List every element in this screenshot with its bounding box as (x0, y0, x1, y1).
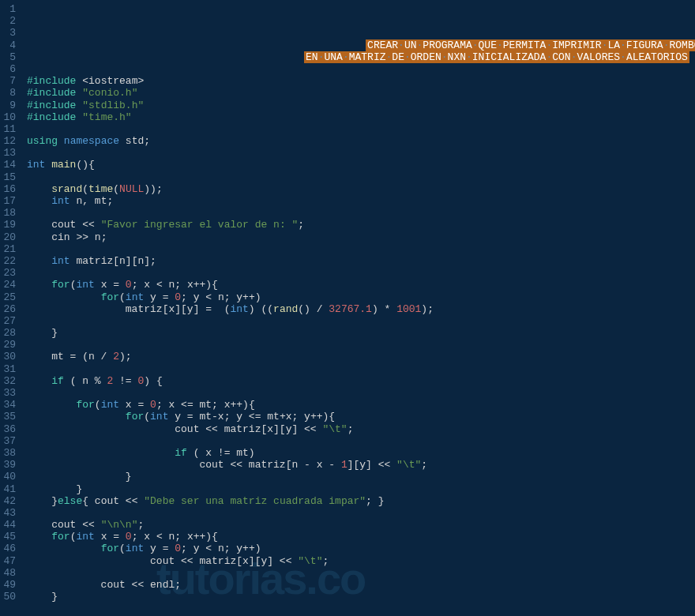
code-line[interactable]: using namespace std; (27, 135, 695, 147)
line-number: 49 (3, 579, 16, 591)
code-line[interactable]: for(int x = 0; x < n; x++){ (27, 531, 695, 543)
line-number: 5 (3, 51, 16, 63)
line-number: 41 (3, 483, 16, 495)
line-number: 16 (3, 183, 16, 195)
code-line[interactable] (27, 267, 695, 279)
code-line[interactable]: } (27, 327, 695, 339)
code-line[interactable]: #include "stdlib.h" (27, 100, 695, 111)
line-number: 40 (3, 471, 16, 483)
code-line[interactable] (27, 63, 695, 75)
line-number: 19 (3, 219, 16, 231)
code-line[interactable] (27, 315, 695, 327)
code-area[interactable]: tutorias.co CREAR·UN·PROGRAMA·QUE·PERMIT… (22, 0, 695, 616)
line-number: 8 (3, 87, 16, 99)
code-line[interactable] (27, 567, 695, 579)
code-line[interactable]: for(int x = 0; x < n; x++){ (27, 279, 695, 291)
line-number: 34 (3, 399, 16, 411)
code-line[interactable] (27, 147, 695, 159)
line-number: 35 (3, 411, 16, 423)
line-number: 33 (3, 387, 16, 399)
line-number: 22 (3, 255, 16, 267)
code-line[interactable]: CREAR·UN·PROGRAMA·QUE·PERMITA·IMPRIMIR·L… (27, 39, 695, 51)
line-number: 38 (3, 447, 16, 459)
line-number: 28 (3, 327, 16, 339)
line-number: 23 (3, 267, 16, 279)
line-number: 13 (3, 147, 16, 159)
line-number: 42 (3, 495, 16, 507)
code-line[interactable]: cin >> n; (27, 231, 695, 243)
line-number: 1 (3, 3, 16, 15)
line-number: 29 (3, 339, 16, 351)
line-number: 32 (3, 375, 16, 387)
code-line[interactable]: } (27, 483, 695, 495)
code-line[interactable]: matriz[x][y] = (int) ((rand() / 32767.1)… (27, 303, 695, 315)
line-number: 26 (3, 303, 16, 315)
line-number: 11 (3, 123, 16, 135)
line-number: 31 (3, 363, 16, 375)
line-number: 18 (3, 207, 16, 219)
code-line[interactable]: for(int y = 0; y < n; y++) (27, 291, 695, 303)
code-editor: 1234567891011121314151617181920212223242… (0, 0, 695, 616)
line-number: 24 (3, 279, 16, 291)
line-number: 4 (3, 39, 16, 51)
line-number: 47 (3, 555, 16, 567)
line-number: 25 (3, 291, 16, 303)
code-line[interactable] (27, 603, 695, 614)
line-number: 21 (3, 243, 16, 255)
code-line[interactable]: }else{ cout << "Debe ser una matriz cuad… (27, 495, 695, 507)
code-line[interactable]: #include <iostream> (27, 75, 695, 87)
line-number-gutter: 1234567891011121314151617181920212223242… (0, 0, 22, 616)
line-number: 15 (3, 171, 16, 183)
line-number: 45 (3, 531, 16, 543)
code-line[interactable]: if ( n % 2 != 0) { (27, 375, 695, 387)
code-line[interactable]: cout << matriz[x][y] << "\t"; (27, 555, 695, 567)
code-line[interactable]: cout << matriz[x][y] << "\t"; (27, 423, 695, 435)
code-line[interactable]: int main(){ (27, 159, 695, 171)
code-line[interactable] (27, 207, 695, 219)
code-line[interactable]: #include "time.h" (27, 111, 695, 123)
line-number: 37 (3, 435, 16, 447)
line-number: 46 (3, 543, 16, 554)
code-line[interactable] (27, 507, 695, 519)
line-number: 48 (3, 567, 16, 579)
code-line[interactable] (27, 171, 695, 183)
code-line[interactable]: } (27, 591, 695, 603)
code-line[interactable] (27, 363, 695, 375)
code-line[interactable]: int n, mt; (27, 195, 695, 207)
code-line[interactable]: #include "conio.h" (27, 87, 695, 99)
code-line[interactable] (27, 387, 695, 399)
code-line[interactable]: for(int y = mt-x; y <= mt+x; y++){ (27, 411, 695, 423)
code-line[interactable]: int matriz[n][n]; (27, 255, 695, 267)
line-number: 7 (3, 75, 16, 87)
line-number: 30 (3, 351, 16, 362)
line-number: 10 (3, 111, 16, 123)
line-number: 44 (3, 519, 16, 531)
code-line[interactable]: EN·UNA·MATRIZ·DE·ORDEN·NXN·INICIALIZADA·… (27, 51, 695, 63)
code-line[interactable]: cout << endl; (27, 579, 695, 591)
line-number: 27 (3, 315, 16, 327)
line-number: 9 (3, 100, 16, 111)
code-line[interactable]: for(int y = 0; y < n; y++) (27, 543, 695, 554)
code-line[interactable] (27, 339, 695, 351)
code-line[interactable]: cout << "Favor ingresar el valor de n: "… (27, 219, 695, 231)
line-number: 14 (3, 159, 16, 171)
line-number: 39 (3, 459, 16, 471)
line-number: 17 (3, 195, 16, 207)
code-line[interactable]: if ( x != mt) (27, 447, 695, 459)
line-number: 6 (3, 63, 16, 75)
code-line[interactable] (27, 243, 695, 255)
line-number: 43 (3, 507, 16, 519)
line-number: 20 (3, 231, 16, 243)
code-line[interactable] (27, 123, 695, 135)
line-number: 36 (3, 423, 16, 435)
code-line[interactable] (27, 435, 695, 447)
code-line[interactable]: } (27, 471, 695, 483)
line-number: 50 (3, 591, 16, 603)
line-number: 3 (3, 27, 16, 39)
code-line[interactable]: cout << "\n\n"; (27, 519, 695, 531)
line-number: 12 (3, 135, 16, 147)
code-line[interactable]: srand(time(NULL)); (27, 183, 695, 195)
code-line[interactable]: cout << matriz[n - x - 1][y] << "\t"; (27, 459, 695, 471)
code-line[interactable]: for(int x = 0; x <= mt; x++){ (27, 399, 695, 411)
code-line[interactable]: mt = (n / 2); (27, 351, 695, 362)
